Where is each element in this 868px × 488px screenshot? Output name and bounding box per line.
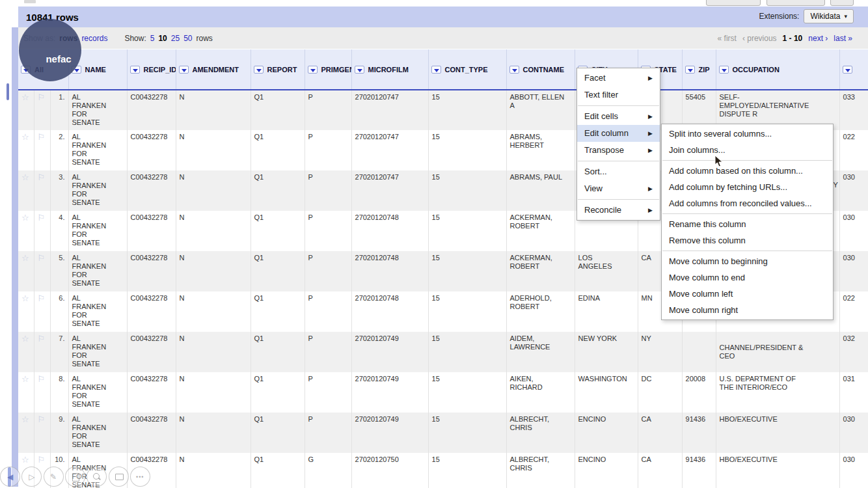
column-dropdown-icon[interactable] [179, 66, 189, 74]
cell-contname[interactable]: AIKEN, RICHARD [506, 372, 575, 413]
cell-cutoff-column[interactable]: 030 [839, 251, 868, 291]
star-icon[interactable]: ☆ [18, 251, 34, 291]
flag-icon[interactable]: ⚐ [34, 130, 50, 170]
cell-recip-id[interactable]: C00432278 [127, 251, 176, 291]
cell-report[interactable]: Q1 [251, 372, 305, 413]
submenu-item-move-column-right[interactable]: Move column right [662, 302, 833, 318]
menu-item-facet[interactable]: Facet▶ [577, 70, 660, 87]
cell-cont-type[interactable]: 15 [428, 372, 506, 413]
cell-zip[interactable] [682, 332, 716, 372]
cell-contname[interactable]: ALBRECHT, CHRIS [506, 413, 575, 453]
star-icon[interactable]: ☆ [18, 372, 34, 413]
cell-recip-id[interactable]: C00432278 [127, 372, 176, 413]
flag-icon[interactable]: ⚐ [34, 413, 50, 453]
cell-cutoff-column[interactable]: 030 [839, 211, 868, 251]
star-icon[interactable]: ☆ [18, 211, 34, 251]
cell-microfilm[interactable]: 27020120747 [351, 90, 428, 130]
cell-name[interactable]: AL FRANKEN FOR SENATE [68, 130, 127, 170]
submenu-item-add-column-based-on-this-column[interactable]: Add column based on this column... [662, 163, 833, 179]
cell-cutoff-column[interactable]: 022 [839, 130, 868, 170]
cell-microfilm[interactable]: 27020120749 [351, 372, 428, 413]
cell-city[interactable]: ENCINO [575, 453, 638, 488]
submenu-item-add-column-by-fetching-urls[interactable]: Add column by fetching URLs... [662, 179, 833, 195]
cell-recip-id[interactable]: C00432278 [127, 170, 176, 211]
cell-amendment[interactable]: N [176, 170, 251, 211]
flag-icon[interactable]: ⚐ [34, 372, 50, 413]
cell-cutoff-column[interactable]: 033 [839, 90, 868, 130]
cell-microfilm[interactable]: 27020120748 [351, 251, 428, 291]
cell-contname[interactable]: ABRAMS, PAUL [506, 170, 575, 211]
cell-cont-type[interactable]: 15 [428, 251, 506, 291]
cell-occupation[interactable]: HBO/EXECUTIVE [716, 413, 839, 453]
star-icon[interactable]: ☆ [18, 130, 34, 170]
pagination-previous[interactable]: ‹ previous [742, 34, 777, 43]
cell-microfilm[interactable]: 27020120748 [351, 211, 428, 251]
flag-icon[interactable]: ⚐ [34, 291, 50, 332]
player-pencil-icon[interactable]: ✎ [44, 467, 64, 487]
cell-report[interactable]: Q1 [251, 170, 305, 211]
pagination-last[interactable]: last » [834, 34, 852, 43]
cell-primgen[interactable]: P [305, 170, 351, 211]
cell-microfilm[interactable]: 27020120749 [351, 413, 428, 453]
cell-primgen[interactable]: P [305, 291, 351, 332]
cell-microfilm[interactable]: 27020120750 [351, 453, 428, 488]
cell-report[interactable]: Q1 [251, 291, 305, 332]
player-screen-icon[interactable] [109, 467, 129, 487]
menu-item-transpose[interactable]: Transpose▶ [577, 142, 660, 159]
cell-recip-id[interactable]: C00432278 [127, 90, 176, 130]
menu-item-edit-cells[interactable]: Edit cells▶ [577, 108, 660, 125]
star-icon[interactable]: ☆ [18, 90, 34, 130]
cell-amendment[interactable]: N [176, 413, 251, 453]
cell-amendment[interactable]: N [176, 251, 251, 291]
show-as-records[interactable]: records [81, 34, 107, 43]
cell-name[interactable]: AL FRANKEN FOR SENATE [68, 291, 127, 332]
submenu-item-move-column-to-beginning[interactable]: Move column to beginning [662, 253, 833, 269]
scrollbar-thumb[interactable] [7, 83, 9, 100]
cell-state[interactable]: CA [638, 413, 682, 453]
cell-recip-id[interactable]: C00432278 [127, 130, 176, 170]
top-cutoff-button-1[interactable] [706, 0, 761, 6]
menu-item-edit-column[interactable]: Edit column▶ [577, 125, 660, 142]
cell-cont-type[interactable]: 15 [428, 211, 506, 251]
cell-report[interactable]: Q1 [251, 130, 305, 170]
cell-cont-type[interactable]: 15 [428, 413, 506, 453]
cell-primgen[interactable]: P [305, 90, 351, 130]
cell-name[interactable]: AL FRANKEN FOR SENATE [68, 332, 127, 372]
top-cutoff-button-2[interactable] [766, 0, 825, 6]
column-dropdown-icon[interactable] [843, 66, 852, 74]
column-dropdown-icon[interactable] [355, 66, 364, 74]
cell-contname[interactable]: ACKERMAN, ROBERT [506, 251, 575, 291]
player-magnifier-icon[interactable] [87, 467, 107, 487]
cell-report[interactable]: Q1 [251, 453, 305, 488]
cell-cont-type[interactable]: 15 [428, 130, 506, 170]
menu-item-text-filter[interactable]: Text filter [577, 87, 660, 103]
cell-cutoff-column[interactable]: 032 [839, 332, 868, 372]
cell-microfilm[interactable]: 27020120749 [351, 332, 428, 372]
flag-icon[interactable]: ⚐ [34, 332, 50, 372]
cell-cont-type[interactable]: 15 [428, 453, 506, 488]
cell-contname[interactable]: ABBOTT, ELLEN A [506, 90, 575, 130]
submenu-item-add-columns-from-reconciled-values[interactable]: Add columns from reconciled values... [662, 195, 833, 211]
cell-cutoff-column[interactable]: 022 [839, 291, 868, 332]
player-skip-back-icon[interactable]: ◀ [0, 467, 20, 487]
page-size-5[interactable]: 5 [150, 34, 155, 43]
cell-name[interactable]: AL FRANKEN FOR SENATE [68, 251, 127, 291]
cell-primgen[interactable]: G [305, 453, 351, 488]
submenu-item-move-column-left[interactable]: Move column left [662, 286, 833, 302]
column-dropdown-icon[interactable] [308, 66, 318, 74]
cell-city[interactable]: WASHINGTON [575, 372, 638, 413]
cell-report[interactable]: Q1 [251, 211, 305, 251]
cell-name[interactable]: AL FRANKEN FOR SENATE [68, 170, 127, 211]
cell-recip-id[interactable]: C00432278 [127, 332, 176, 372]
column-dropdown-icon[interactable] [130, 66, 140, 74]
cell-amendment[interactable]: N [176, 90, 251, 130]
cell-report[interactable]: Q1 [251, 90, 305, 130]
cell-name[interactable]: AL FRANKEN FOR SENATE [68, 211, 127, 251]
flag-icon[interactable]: ⚐ [34, 211, 50, 251]
cell-name[interactable]: AL FRANKEN FOR SENATE [68, 372, 127, 413]
cell-city[interactable]: ENCINO [575, 413, 638, 453]
cell-report[interactable]: Q1 [251, 251, 305, 291]
menu-item-sort[interactable]: Sort... [577, 163, 660, 180]
cell-primgen[interactable]: P [305, 251, 351, 291]
page-size-50[interactable]: 50 [183, 34, 192, 43]
